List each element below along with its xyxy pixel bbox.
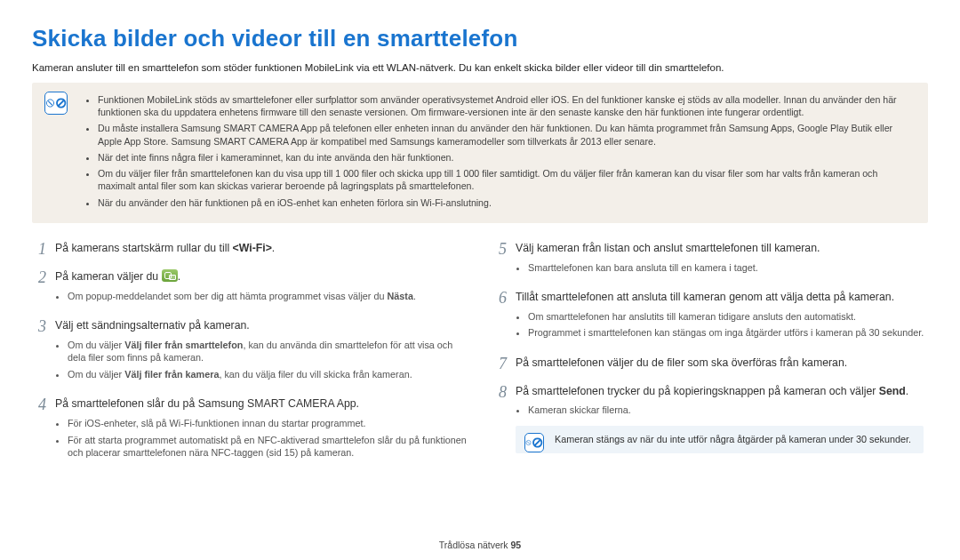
svg-line-1 <box>48 100 52 105</box>
bullet-text: Om du väljer <box>68 369 124 380</box>
top-note-item: När det inte finns några filer i kameram… <box>98 151 912 164</box>
step-5: 5 Välj kameran från listan och anslut sm… <box>492 241 928 277</box>
step-body: Välj ett sändningsalternativ på kameran.… <box>55 318 468 384</box>
step-bullet: För iOS-enheter, slå på Wi-Fi-funktionen… <box>68 417 468 430</box>
step-emphasis: <Wi-Fi> <box>233 242 272 254</box>
bullet-emphasis: Nästa <box>387 291 412 301</box>
step-number: 2 <box>32 269 46 306</box>
step-bullet: Om popup-meddelandet som ber dig att häm… <box>68 290 416 303</box>
page-number: 95 <box>511 540 522 550</box>
svg-line-3 <box>527 442 530 444</box>
step-text: På smarttelefonen slår du på Samsung SMA… <box>55 397 359 410</box>
step-text: På kamerans startskärm rullar du till <box>55 242 233 254</box>
left-column: 1 På kamerans startskärm rullar du till … <box>32 241 468 476</box>
step-number: 3 <box>32 318 46 384</box>
right-column: 5 Välj kameran från listan och anslut sm… <box>492 241 928 476</box>
step-body: På kamerans startskärm rullar du till <W… <box>55 241 275 257</box>
top-note-item: Funktionen MobileLink stöds av smarttele… <box>98 93 912 119</box>
top-note-item: Om du väljer filer från smarttelefonen k… <box>98 167 912 193</box>
step-number: 7 <box>492 356 507 372</box>
bottom-note-box: Kameran stängs av när du inte utför någr… <box>516 426 924 453</box>
top-note-item: När du använder den här funktionen på en… <box>98 196 912 209</box>
step-text: . <box>272 242 275 254</box>
info-icon <box>44 92 68 115</box>
step-bullet: Om smarttelefonen har anslutits till kam… <box>528 310 924 324</box>
step-8: 8 På smarttelefonen trycker du på kopier… <box>492 384 928 453</box>
step-text: På kameran väljer du <box>55 270 162 283</box>
step-number: 4 <box>32 396 46 462</box>
step-text: Välj ett sändningsalternativ på kameran. <box>55 319 250 332</box>
intro-text: Kameran ansluter till en smarttelefon so… <box>32 61 928 76</box>
step-text: . <box>178 270 180 283</box>
step-bullet: Programmet i smarttelefonen kan stängas … <box>528 326 924 340</box>
step-number: 8 <box>492 384 507 453</box>
step-1: 1 På kamerans startskärm rullar du till … <box>32 241 468 257</box>
step-number: 1 <box>32 241 46 257</box>
page-title: Skicka bilder och videor till en smartte… <box>32 23 928 54</box>
bullet-emphasis: Välj filer från smarttelefon <box>124 340 243 350</box>
step-body: Välj kameran från listan och anslut smar… <box>516 241 820 277</box>
bullet-text: Om du väljer <box>68 340 124 350</box>
bullet-text: Om popup-meddelandet som ber dig att häm… <box>68 291 387 301</box>
step-7: 7 På smarttelefonen väljer du de filer s… <box>492 356 928 372</box>
bullet-text: . <box>413 291 416 301</box>
step-bullet: Om du väljer Välj filer från smarttelefo… <box>68 339 468 364</box>
page-footer: Trådlösa nätverk 95 <box>0 539 960 551</box>
step-body: På smarttelefonen slår du på Samsung SMA… <box>55 396 468 462</box>
top-note-list: Funktionen MobileLink stöds av smarttele… <box>85 93 912 209</box>
step-bullet: För att starta programmet automatiskt på… <box>68 434 468 460</box>
step-text: Välj kameran från listan och anslut smar… <box>516 242 820 254</box>
bullet-emphasis: Välj filer från kamera <box>124 369 219 380</box>
step-bullet: Om du väljer Välj filer från kamera, kan… <box>68 368 468 381</box>
step-body: På smarttelefonen trycker du på kopierin… <box>516 384 924 453</box>
two-column-layout: 1 På kamerans startskärm rullar du till … <box>32 241 928 476</box>
step-number: 6 <box>492 290 507 343</box>
bullet-text: , kan du välja filer du vill skicka från… <box>219 369 412 380</box>
step-4: 4 På smarttelefonen slår du på Samsung S… <box>32 396 468 462</box>
top-note-box: Funktionen MobileLink stöds av smarttele… <box>32 83 928 223</box>
step-body: På kameran väljer du . Om popup-meddelan… <box>55 269 416 306</box>
step-3: 3 Välj ett sändningsalternativ på kamera… <box>32 318 468 384</box>
step-number: 5 <box>492 241 507 277</box>
bottom-note-text: Kameran stängs av när du inte utför någr… <box>555 434 911 444</box>
step-text: . <box>906 385 908 397</box>
step-text: Tillåt smarttelefonen att ansluta till k… <box>516 291 894 303</box>
step-text: På smarttelefonen väljer du de filer som… <box>516 356 847 369</box>
step-6: 6 Tillåt smarttelefonen att ansluta till… <box>492 290 928 343</box>
footer-section: Trådlösa nätverk <box>439 540 511 550</box>
step-body: På smarttelefonen väljer du de filer som… <box>516 356 847 372</box>
info-icon <box>524 433 544 452</box>
step-bullet: Kameran skickar filerna. <box>528 404 924 417</box>
step-bullet: Smarttelefonen kan bara ansluta till en … <box>528 261 820 275</box>
step-2: 2 På kameran väljer du . Om popup-meddel… <box>32 269 468 306</box>
step-emphasis: Send <box>879 385 906 397</box>
step-body: Tillåt smarttelefonen att ansluta till k… <box>516 290 924 343</box>
top-note-item: Du måste installera Samsung SMART CAMERA… <box>98 122 912 148</box>
step-text: På smarttelefonen trycker du på kopierin… <box>516 385 879 397</box>
mobilelink-icon <box>162 269 178 282</box>
